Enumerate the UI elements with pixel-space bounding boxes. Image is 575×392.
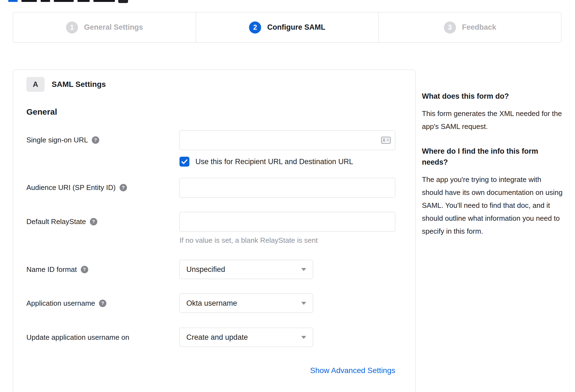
step-label: General Settings <box>84 23 143 32</box>
advanced-settings-row: Show Advanced Settings <box>179 366 395 375</box>
field-row-name-id-format: Name ID format ? Unspecified <box>26 260 402 279</box>
help-icon[interactable]: ? <box>120 184 127 191</box>
relay-state-input[interactable] <box>179 212 395 232</box>
field-row-relay-state: Default RelayState ? If no value is set,… <box>26 212 402 245</box>
help-icon[interactable]: ? <box>90 218 97 225</box>
application-username-label: Application username <box>26 299 95 308</box>
audience-uri-input[interactable] <box>179 178 395 198</box>
sso-url-input[interactable] <box>179 130 395 150</box>
name-id-format-value: Unspecified <box>186 265 225 274</box>
update-username-select[interactable]: Create and update <box>179 328 313 347</box>
recipient-url-checkbox[interactable] <box>179 157 189 167</box>
step-configure-saml[interactable]: 2 Configure SAML <box>196 12 378 42</box>
update-username-label: Update application username on <box>26 333 129 342</box>
contact-card-icon[interactable] <box>381 136 391 145</box>
field-row-update-username: Update application username on Create an… <box>26 328 402 347</box>
recipient-url-checkbox-label[interactable]: Use this for Recipient URL and Destinati… <box>195 158 353 166</box>
step-number-badge: 1 <box>66 21 78 34</box>
name-id-format-select[interactable]: Unspecified <box>179 260 313 279</box>
section-a-badge: A <box>26 77 45 92</box>
step-general-settings[interactable]: 1 General Settings <box>13 12 196 42</box>
wizard-stepper: 1 General Settings 2 Configure SAML 3 Fe… <box>13 12 562 43</box>
page-title-fragment <box>54 0 74 2</box>
general-section-heading: General <box>26 107 402 117</box>
help-question-1: What does this form do? <box>422 91 563 102</box>
help-answer-1: This form generates the XML needed for t… <box>422 107 563 133</box>
saml-settings-card: A SAML Settings General Single sign-on U… <box>13 70 416 392</box>
help-answer-2: The app you're trying to integrate with … <box>422 173 563 238</box>
sso-url-label: Single sign-on URL <box>26 136 88 144</box>
relay-state-label: Default RelayState <box>26 217 86 226</box>
help-icon[interactable]: ? <box>81 266 88 273</box>
page-title-fragment <box>93 0 115 2</box>
name-id-format-label: Name ID format <box>26 265 77 274</box>
page-title-fragment <box>21 0 37 2</box>
step-feedback[interactable]: 3 Feedback <box>378 12 561 42</box>
update-username-value: Create and update <box>186 333 248 342</box>
audience-uri-label: Audience URI (SP Entity ID) <box>26 183 116 192</box>
page-title-fragment <box>41 0 50 2</box>
relay-state-hint: If no value is set, a blank RelayState i… <box>179 236 395 245</box>
help-icon[interactable]: ? <box>92 136 99 144</box>
recipient-url-checkbox-row: Use this for Recipient URL and Destinati… <box>179 157 402 167</box>
application-username-select[interactable]: Okta username <box>179 294 313 313</box>
help-icon[interactable]: ? <box>99 300 106 307</box>
field-row-application-username: Application username ? Okta username <box>26 294 402 313</box>
application-username-value: Okta username <box>186 299 237 308</box>
app-logo-fragment <box>118 0 128 3</box>
page-title-fragment <box>78 0 90 2</box>
chevron-down-icon <box>301 302 306 305</box>
step-number-badge: 3 <box>444 21 456 34</box>
field-row-audience-uri: Audience URI (SP Entity ID) ? <box>26 178 402 198</box>
chevron-down-icon <box>301 268 306 271</box>
step-label: Feedback <box>462 23 496 32</box>
help-panel: What does this form do? This form genera… <box>422 91 563 238</box>
step-label: Configure SAML <box>267 23 325 32</box>
step-number-badge: 2 <box>249 21 261 34</box>
brand-fragment <box>8 0 18 2</box>
card-header: A SAML Settings <box>26 77 402 92</box>
help-question-2: Where do I find the info this form needs… <box>422 146 563 168</box>
field-row-sso-url: Single sign-on URL ? <box>26 130 402 150</box>
card-title: SAML Settings <box>52 80 106 89</box>
show-advanced-settings-link[interactable]: Show Advanced Settings <box>310 366 395 375</box>
chevron-down-icon <box>301 336 306 339</box>
